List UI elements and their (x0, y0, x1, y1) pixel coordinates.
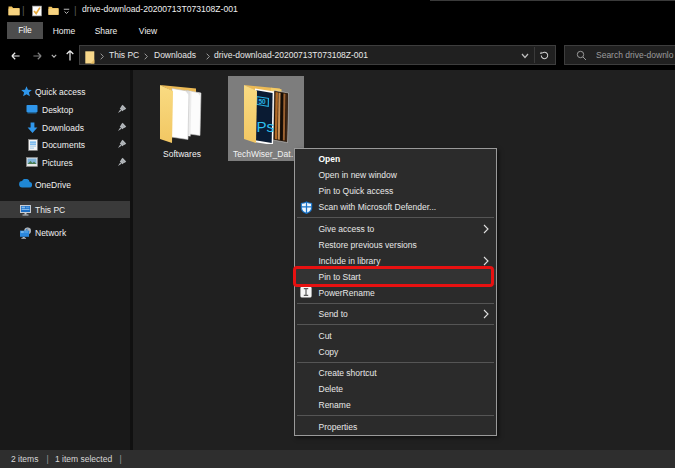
svg-text:50: 50 (258, 98, 266, 105)
svg-text:Ps: Ps (257, 118, 275, 135)
